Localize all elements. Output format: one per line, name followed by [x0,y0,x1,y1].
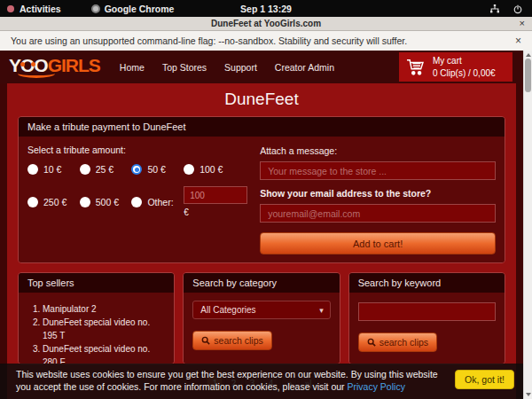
search-clips-category-button[interactable]: search clips [192,331,271,350]
nav-item-top-stores[interactable]: Top Stores [162,62,207,73]
tribute-panel-body: Select a tribute amount: 10 € 25 € 50 [19,137,505,262]
logo-smile-icon [18,69,55,78]
my-cart-button[interactable]: My cart 0 Clip(s) / 0,00€ [399,52,512,82]
radio-icon [27,197,38,207]
add-to-cart-button[interactable]: Add to cart! [260,232,496,254]
cart-icon [406,59,426,76]
top-sellers-list: Manipulator 2 DuneFeet special video no.… [27,302,165,364]
activities-button[interactable]: Activities [20,4,61,14]
nav-item-home[interactable]: Home [120,62,145,73]
privacy-policy-link[interactable]: Privacy Policy [348,381,405,392]
category-selected-value: All Categories [200,305,255,315]
network-icon[interactable] [489,4,500,14]
nav-item-support[interactable]: Support [224,62,257,73]
keyword-input[interactable] [358,302,496,321]
bottom-panels: Top sellers Manipulator 2 DuneFeet speci… [18,272,505,364]
logo-eye-icon [31,62,35,66]
search-category-body: All Categories ▾ search clips [184,293,339,364]
active-app-menu[interactable]: Google Chrome [91,4,175,14]
active-app-label: Google Chrome [105,4,175,14]
radio-icon [184,164,194,175]
amount-radio-other[interactable]: Other: [131,186,184,217]
site-header: YOOGIRLS Home Top Stores Support Creator… [0,51,523,83]
scroll-down-icon[interactable] [526,393,531,396]
site-logo[interactable]: YOOGIRLS [9,56,100,78]
logo-eye-icon [20,62,25,66]
category-select[interactable]: All Categories ▾ [192,301,330,319]
radio-icon [27,164,38,175]
scroll-up-icon[interactable] [526,53,531,57]
message-input[interactable] [260,161,496,180]
tribute-amounts-section: Select a tribute amount: 10 € 25 € 50 [27,145,247,254]
search-clips-keyword-button[interactable]: search clips [358,332,437,352]
search-keyword-header: Search by keyword [349,273,505,293]
window-close-icon[interactable]: × [520,18,525,28]
power-icon[interactable] [512,4,523,14]
radio-icon [80,197,90,207]
top-sellers-header: Top sellers [19,273,174,293]
amount-options: 10 € 25 € 50 € 100 € [27,164,247,217]
page-title: DuneFeet [7,83,516,114]
tribute-message-section: Attach a message: Show your email addres… [260,145,496,254]
cookie-text: This website uses cookies to ensure you … [16,368,440,393]
email-input[interactable] [260,204,496,223]
search-keyword-body: search clips [349,293,505,364]
desktop-top-bar: Activities Google Chrome Sep 1 13:29 [0,0,532,17]
message-label: Attach a message: [260,145,496,156]
seller-item[interactable]: DuneFeet special video no. 195 T [43,316,165,342]
amount-radio-25[interactable]: 25 € [80,164,132,175]
search-icon [367,338,376,347]
amount-radio-500[interactable]: 500 € [80,186,132,217]
radio-checked-icon [131,164,142,175]
amount-radio-50-selected[interactable]: 50 € [131,164,184,175]
seller-item[interactable]: Manipulator 2 [43,302,165,316]
chevron-down-icon: ▾ [319,306,324,315]
top-sellers-panel: Top sellers Manipulator 2 DuneFeet speci… [18,272,175,364]
radio-icon [80,164,90,175]
warning-text: You are using an unsupported command-lin… [11,35,407,46]
search-category-header: Search by category [184,273,339,293]
activities-indicator-icon [7,5,14,12]
cart-title: My cart [433,56,462,66]
search-keyword-panel: Search by keyword search clips [348,272,505,364]
cookie-accept-button[interactable]: Ok, got it! [455,370,514,389]
window-title-bar: DuneFeet at YooGirls.com × [0,17,532,31]
amount-radio-250[interactable]: 250 € [27,186,80,217]
seller-item[interactable]: DuneFeet special video no. 280 F [43,342,165,364]
browser-viewport: YOOGIRLS Home Top Stores Support Creator… [0,51,523,399]
scrollbar-thumb[interactable] [525,59,531,92]
other-amount-cell: € [184,186,247,217]
amount-label: Select a tribute amount: [27,145,247,155]
main-nav: Home Top Stores Support Creator Admin [120,62,334,73]
tribute-panel-header: Make a tribute payment to DuneFeet [19,117,505,137]
nav-item-creator-admin[interactable]: Creator Admin [275,62,334,73]
chrome-icon [91,4,100,13]
scrollbar[interactable] [523,51,532,399]
email-label: Show your email address to the store? [260,188,496,199]
currency-label: € [184,207,247,217]
cart-summary: 0 Clip(s) / 0,00€ [433,68,496,78]
search-category-panel: Search by category All Categories ▾ sear… [183,272,340,364]
radio-icon [131,197,142,207]
top-sellers-body: Manipulator 2 DuneFeet special video no.… [19,293,174,364]
tribute-panel: Make a tribute payment to DuneFeet Selec… [18,116,505,263]
warning-close-icon[interactable]: × [515,35,521,47]
logo-text-girls: GIRLS [48,55,100,75]
amount-radio-10[interactable]: 10 € [27,164,80,175]
search-icon [201,336,210,345]
amount-radio-100[interactable]: 100 € [184,164,247,175]
other-amount-input[interactable] [184,186,247,204]
window-title: DuneFeet at YooGirls.com [211,19,321,28]
cookie-consent-bar: This website uses cookies to ensure you … [0,364,523,399]
chrome-warning-bar: You are using an unsupported command-lin… [0,31,532,51]
page-body: DuneFeet Make a tribute payment to DuneF… [7,83,516,399]
